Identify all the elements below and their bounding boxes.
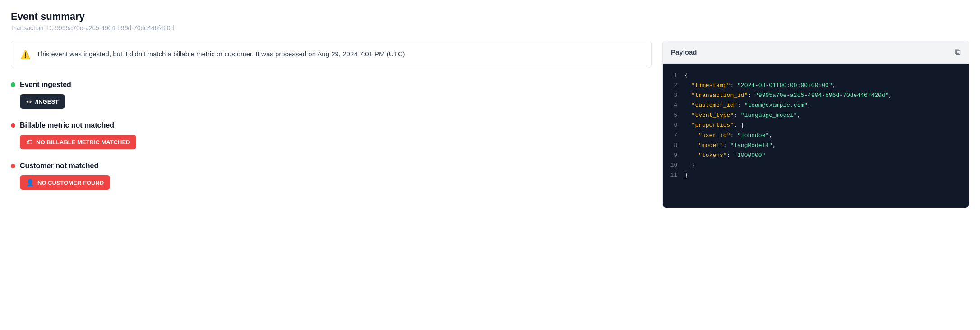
red-dot-customer-icon <box>11 164 15 168</box>
code-line: 10 } <box>663 160 969 170</box>
line-content: "properties": { <box>684 120 744 130</box>
line-content: "customer_id": "team@example.com", <box>684 101 811 110</box>
code-line: 3 "transaction_id": "9995a70e-a2c5-4904-… <box>663 91 969 101</box>
line-content: "timestamp": "2024-08-01T00:00:00+00:00"… <box>684 81 836 91</box>
red-dot-billable-icon <box>11 123 15 128</box>
no-customer-found-badge-text: NO CUSTOMER FOUND <box>37 179 104 186</box>
ingest-badge[interactable]: ⇔ /INGEST <box>20 94 65 109</box>
line-content: "tokens": "1000000" <box>684 151 765 160</box>
code-line: 6 "properties": { <box>663 120 969 130</box>
line-number: 11 <box>663 170 684 180</box>
line-content: { <box>684 71 688 81</box>
code-line: 11} <box>663 170 969 180</box>
customer-not-matched-row: Customer not matched <box>11 162 652 170</box>
payload-title: Payload <box>671 48 697 56</box>
alert-text: This event was ingested, but it didn't m… <box>37 49 405 60</box>
line-number: 2 <box>663 81 684 91</box>
customer-not-matched-section: Customer not matched 👤 NO CUSTOMER FOUND <box>11 162 652 190</box>
line-content: } <box>684 160 695 170</box>
no-billable-metric-badge-text: NO BILLABLE METRIC MATCHED <box>36 139 130 146</box>
code-line: 5 "event_type": "language_model", <box>663 110 969 120</box>
customer-not-matched-label: Customer not matched <box>20 162 98 170</box>
tag-icon: 🏷 <box>26 138 32 146</box>
person-icon: 👤 <box>26 179 34 186</box>
no-customer-found-badge[interactable]: 👤 NO CUSTOMER FOUND <box>20 175 110 190</box>
no-billable-metric-badge[interactable]: 🏷 NO BILLABLE METRIC MATCHED <box>20 135 136 149</box>
line-number: 5 <box>663 110 684 120</box>
line-content: "event_type": "language_model", <box>684 110 800 120</box>
line-number: 3 <box>663 91 684 101</box>
billable-metric-row: Billable metric not matched <box>11 121 652 129</box>
line-number: 1 <box>663 71 684 81</box>
line-number: 10 <box>663 160 684 170</box>
billable-metric-label: Billable metric not matched <box>20 121 114 129</box>
copy-icon[interactable]: ⧉ <box>955 47 961 57</box>
transfer-icon: ⇔ <box>26 98 32 105</box>
line-content: } <box>684 170 688 180</box>
line-number: 8 <box>663 141 684 151</box>
line-content: "transaction_id": "9995a70e-a2c5-4904-b9… <box>684 91 892 101</box>
main-layout: ⚠️ This event was ingested, but it didn'… <box>11 41 969 208</box>
transaction-id: Transaction ID: 9995a70e-a2c5-4904-b96d-… <box>11 24 969 32</box>
green-dot-icon <box>11 82 15 87</box>
line-number: 9 <box>663 151 684 160</box>
code-line: 7 "user_id": "johndoe", <box>663 131 969 141</box>
payload-header: Payload ⧉ <box>663 41 969 64</box>
event-ingested-row: Event ingested <box>11 81 652 89</box>
billable-metric-section: Billable metric not matched 🏷 NO BILLABL… <box>11 121 652 149</box>
code-line: 9 "tokens": "1000000" <box>663 151 969 160</box>
event-ingested-label: Event ingested <box>20 81 71 89</box>
line-content: "user_id": "johndoe", <box>684 131 772 141</box>
alert-box: ⚠️ This event was ingested, but it didn'… <box>11 41 652 68</box>
line-content: "model": "langModel4", <box>684 141 776 151</box>
code-line: 4 "customer_id": "team@example.com", <box>663 101 969 110</box>
code-line: 2 "timestamp": "2024-08-01T00:00:00+00:0… <box>663 81 969 91</box>
ingest-badge-text: /INGEST <box>35 98 59 105</box>
warning-icon: ⚠️ <box>20 50 30 60</box>
page-title: Event summary <box>11 11 969 23</box>
code-line: 8 "model": "langModel4", <box>663 141 969 151</box>
line-number: 4 <box>663 101 684 110</box>
left-panel: ⚠️ This event was ingested, but it didn'… <box>11 41 652 202</box>
line-number: 7 <box>663 131 684 141</box>
line-number: 6 <box>663 120 684 130</box>
code-block: 1{2 "timestamp": "2024-08-01T00:00:00+00… <box>663 64 969 208</box>
code-line: 1{ <box>663 71 969 81</box>
event-ingested-section: Event ingested ⇔ /INGEST <box>11 81 652 109</box>
payload-panel: Payload ⧉ 1{2 "timestamp": "2024-08-01T0… <box>662 41 969 208</box>
